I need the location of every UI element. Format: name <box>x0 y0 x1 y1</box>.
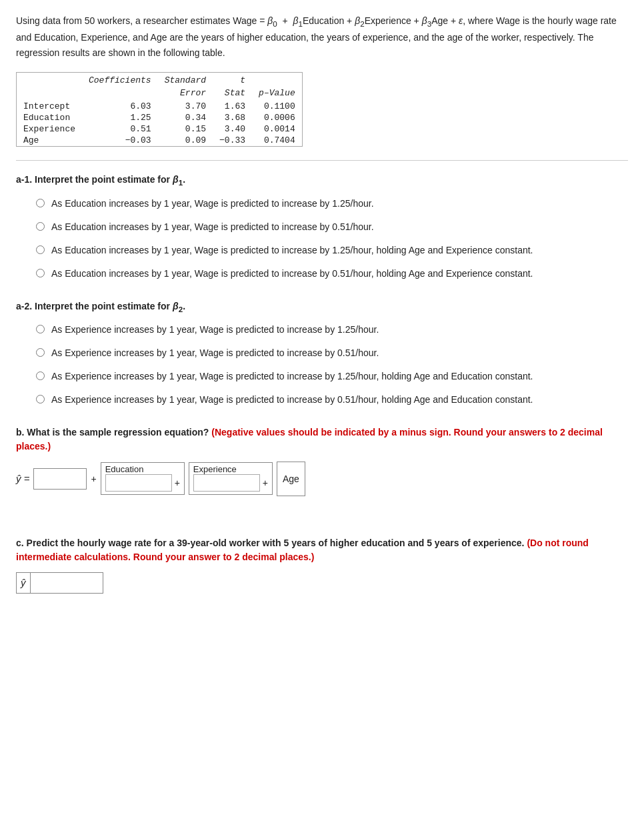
col-sub-empty <box>17 87 83 101</box>
experience-group: Experience + <box>189 462 273 495</box>
intro-paragraph: Using data from 50 workers, a researcher… <box>16 13 628 60</box>
radio-a1-4[interactable] <box>36 269 45 277</box>
eq-plus-1: + <box>91 474 96 484</box>
instruction-c: (Do not round intermediate calculations.… <box>16 538 589 562</box>
table-row: Experience 0.51 0.15 3.40 0.0014 <box>17 123 303 135</box>
radio-a2-4[interactable] <box>36 395 45 403</box>
cell-education-coeff: 1.25 <box>82 112 158 123</box>
option-a1-1-text: As Education increases by 1 year, Wage i… <box>51 197 374 211</box>
radio-a2-1[interactable] <box>36 325 45 333</box>
equation-row-b: ŷ = + Education + Experience + Age <box>16 462 628 496</box>
option-a1-3-text: As Education increases by 1 year, Wage i… <box>51 243 533 257</box>
option-a2-4-text: As Experience increases by 1 year, Wage … <box>51 393 533 407</box>
section-c: c. Predict the hourly wage rate for a 39… <box>16 536 628 594</box>
cell-age-error: 0.09 <box>158 135 213 147</box>
education-coeff-input[interactable] <box>105 474 172 492</box>
col-header-empty <box>17 73 83 87</box>
option-a1-2[interactable]: As Education increases by 1 year, Wage i… <box>36 220 628 234</box>
radio-a1-1[interactable] <box>36 199 45 207</box>
option-a1-2-text: As Education increases by 1 year, Wage i… <box>51 220 374 234</box>
option-a2-2-text: As Experience increases by 1 year, Wage … <box>51 346 379 360</box>
option-a1-4-text: As Education increases by 1 year, Wage i… <box>51 267 533 281</box>
regression-table-wrapper: Coefficients Standard t Error Stat p–Val… <box>16 72 628 147</box>
row-label-education: Education <box>17 112 83 123</box>
col-header-standard: Standard <box>158 73 213 87</box>
cell-experience-pvalue: 0.0014 <box>252 123 302 135</box>
option-a1-4[interactable]: As Education increases by 1 year, Wage i… <box>36 267 628 281</box>
cell-experience-error: 0.15 <box>158 123 213 135</box>
predict-input-c[interactable] <box>30 572 103 594</box>
row-label-age: Age <box>17 135 83 147</box>
option-a2-3[interactable]: As Experience increases by 1 year, Wage … <box>36 369 628 383</box>
cell-education-error: 0.34 <box>158 112 213 123</box>
option-a2-1-text: As Experience increases by 1 year, Wage … <box>51 323 379 337</box>
section-a2: a-2. Interpret the point estimate for β2… <box>16 299 628 407</box>
radio-a1-3[interactable] <box>36 245 45 254</box>
cell-intercept-pvalue: 0.1100 <box>252 101 302 112</box>
cell-intercept-tstat: 1.63 <box>213 101 252 112</box>
option-a2-1[interactable]: As Experience increases by 1 year, Wage … <box>36 323 628 337</box>
section-a1: a-1. Interpret the point estimate for β1… <box>16 173 628 280</box>
question-a1: a-1. Interpret the point estimate for β1… <box>16 173 628 188</box>
option-a2-3-text: As Experience increases by 1 year, Wage … <box>51 369 533 383</box>
col-header-pvalue-top <box>252 73 302 87</box>
section-b: b. What is the sample regression equatio… <box>16 426 628 496</box>
col-sub-error: Error <box>158 87 213 101</box>
experience-label: Experience <box>193 464 268 474</box>
predict-label-c: ŷ <box>16 572 30 594</box>
intercept-input[interactable] <box>33 468 87 490</box>
experience-bottom: + <box>193 474 268 492</box>
option-a2-2[interactable]: As Experience increases by 1 year, Wage … <box>36 346 628 360</box>
age-group: Age <box>277 462 305 496</box>
cell-age-pvalue: 0.7404 <box>252 135 302 147</box>
options-list-a2: As Experience increases by 1 year, Wage … <box>36 323 628 407</box>
radio-a1-2[interactable] <box>36 222 45 231</box>
regression-table: Coefficients Standard t Error Stat p–Val… <box>16 72 303 147</box>
experience-coeff-input[interactable] <box>193 474 260 492</box>
col-header-t: t <box>213 73 252 87</box>
options-list-a1: As Education increases by 1 year, Wage i… <box>36 197 628 281</box>
education-bottom: + <box>105 474 180 492</box>
col-sub-pvalue: p–Value <box>252 87 302 101</box>
education-group: Education + <box>101 462 185 495</box>
row-label-intercept: Intercept <box>17 101 83 112</box>
table-row: Education 1.25 0.34 3.68 0.0006 <box>17 112 303 123</box>
cell-intercept-error: 3.70 <box>158 101 213 112</box>
option-a1-1[interactable]: As Education increases by 1 year, Wage i… <box>36 197 628 211</box>
predict-row-c: ŷ <box>16 572 628 594</box>
divider-1 <box>16 160 628 161</box>
instruction-b: (Negative values should be indicated by … <box>16 427 603 452</box>
question-c: c. Predict the hourly wage rate for a 39… <box>16 536 628 564</box>
table-row: Age −0.03 0.09 −0.33 0.7404 <box>17 135 303 147</box>
option-a2-4[interactable]: As Experience increases by 1 year, Wage … <box>36 393 628 407</box>
education-plus: + <box>175 478 180 488</box>
cell-age-tstat: −0.33 <box>213 135 252 147</box>
table-row: Intercept 6.03 3.70 1.63 0.1100 <box>17 101 303 112</box>
age-label: Age <box>283 474 299 484</box>
row-label-experience: Experience <box>17 123 83 135</box>
option-a1-3[interactable]: As Education increases by 1 year, Wage i… <box>36 243 628 257</box>
education-label: Education <box>105 464 180 474</box>
col-sub-coeff <box>82 87 158 101</box>
question-b: b. What is the sample regression equatio… <box>16 426 628 454</box>
question-a2: a-2. Interpret the point estimate for β2… <box>16 299 628 315</box>
cell-age-coeff: −0.03 <box>82 135 158 147</box>
radio-a2-2[interactable] <box>36 348 45 357</box>
cell-education-tstat: 3.68 <box>213 112 252 123</box>
col-header-coefficients: Coefficients <box>82 73 158 87</box>
col-sub-stat: Stat <box>213 87 252 101</box>
experience-plus: + <box>263 478 268 488</box>
cell-experience-tstat: 3.40 <box>213 123 252 135</box>
cell-intercept-coeff: 6.03 <box>82 101 158 112</box>
radio-a2-3[interactable] <box>36 371 45 380</box>
eq-yhat-label: ŷ = <box>16 473 29 484</box>
cell-education-pvalue: 0.0006 <box>252 112 302 123</box>
cell-experience-coeff: 0.51 <box>82 123 158 135</box>
